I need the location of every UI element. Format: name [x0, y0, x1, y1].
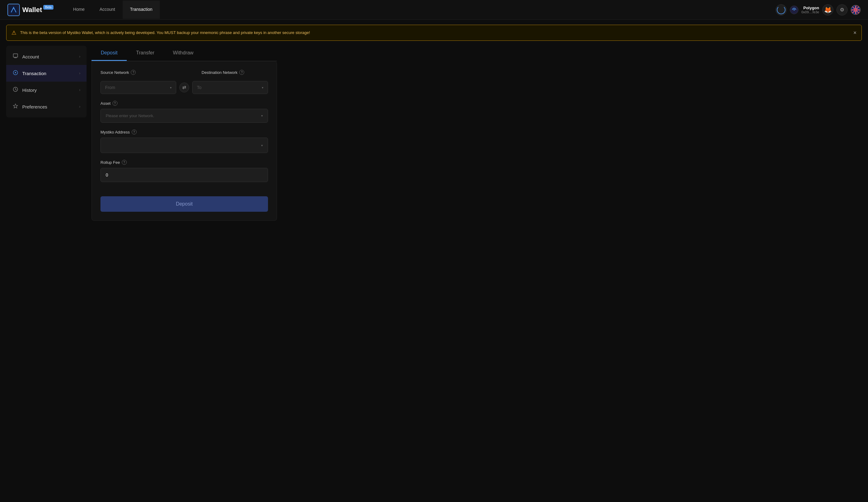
sidebar-label-transaction: Transaction: [22, 71, 75, 76]
mystiko-address-label: Mystiko Address ?: [101, 130, 268, 134]
rollup-fee-label: Rollup Fee ?: [101, 160, 268, 165]
logo-text: Wallet: [22, 6, 42, 14]
transaction-icon: [12, 70, 19, 76]
sidebar: Account › Transaction › History ›: [6, 46, 86, 117]
to-network-select[interactable]: To ▾: [192, 81, 268, 94]
banner-close-button[interactable]: ×: [853, 30, 857, 36]
from-arrow-icon: ▾: [170, 86, 172, 89]
refresh-button[interactable]: [776, 4, 787, 16]
from-network-select[interactable]: From ▾: [101, 81, 176, 94]
swap-button[interactable]: [179, 83, 189, 92]
logo-area: Wallet Beta: [8, 4, 53, 16]
to-arrow-icon: ▾: [262, 86, 264, 89]
asset-section: Asset ? Please enter your Network. ▾: [101, 101, 268, 123]
mystiko-address-select[interactable]: ▾: [101, 137, 268, 153]
tab-deposit[interactable]: Deposit: [92, 46, 127, 61]
link-button[interactable]: [790, 6, 798, 14]
asset-arrow-icon: ▾: [261, 114, 263, 117]
network-section: Source Network ? Destination Network ?: [101, 70, 268, 94]
fox-avatar[interactable]: 🦊: [822, 4, 833, 16]
main-nav: Home Account Transaction: [66, 1, 776, 19]
account-info: Polygon 0x09....fe3e: [802, 6, 819, 14]
svg-rect-2: [13, 54, 18, 57]
source-network-label: Source Network ?: [101, 70, 167, 75]
nav-home[interactable]: Home: [66, 1, 92, 19]
history-icon: [12, 86, 19, 93]
account-icon: [12, 53, 19, 60]
from-placeholder: From: [105, 85, 115, 90]
sidebar-label-preferences: Preferences: [22, 104, 75, 110]
deposit-form: Source Network ? Destination Network ?: [92, 61, 277, 221]
network-name: Polygon: [803, 6, 819, 10]
svg-point-4: [15, 72, 16, 73]
nav-account[interactable]: Account: [92, 1, 123, 19]
asset-placeholder: Please enter your Network.: [106, 113, 154, 118]
chevron-right-icon-2: ›: [79, 71, 80, 75]
destination-network-label: Destination Network ?: [202, 70, 268, 75]
nav-transaction[interactable]: Transaction: [123, 1, 160, 19]
rollup-fee-help-icon[interactable]: ?: [122, 160, 127, 165]
transaction-tabs: Deposit Transfer Withdraw: [92, 46, 277, 61]
chevron-right-icon-3: ›: [79, 88, 80, 92]
header-right: Polygon 0x09....fe3e 🦊 ⚙: [776, 4, 861, 16]
source-network-help-icon[interactable]: ?: [131, 70, 136, 75]
to-placeholder: To: [197, 85, 202, 90]
asset-help-icon[interactable]: ?: [113, 101, 117, 106]
tab-withdraw[interactable]: Withdraw: [164, 46, 203, 61]
chevron-right-icon: ›: [79, 54, 80, 59]
asset-label: Asset ?: [101, 101, 268, 106]
settings-button[interactable]: ⚙: [836, 4, 848, 16]
asset-select[interactable]: Please enter your Network. ▾: [101, 109, 268, 123]
warning-banner: ⚠ This is the beta version of Mystiko Wa…: [6, 25, 862, 41]
rollup-fee-section: Rollup Fee ?: [101, 160, 268, 182]
svg-marker-6: [13, 104, 18, 108]
main-content: Deposit Transfer Withdraw Source Network…: [92, 46, 277, 502]
account-address: 0x09....fe3e: [802, 10, 819, 14]
preferences-icon: [12, 103, 19, 110]
sidebar-item-preferences[interactable]: Preferences ›: [6, 98, 86, 115]
gear-icon: ⚙: [840, 7, 844, 13]
destination-network-help-icon[interactable]: ?: [239, 70, 244, 75]
beta-badge: Beta: [43, 5, 53, 10]
sidebar-item-history[interactable]: History ›: [6, 82, 86, 98]
sidebar-item-account[interactable]: Account ›: [6, 48, 86, 65]
mystiko-address-section: Mystiko Address ? ▾: [101, 130, 268, 153]
header: Wallet Beta Home Account Transaction Pol…: [0, 0, 868, 20]
chevron-right-icon-4: ›: [79, 104, 80, 109]
main-layout: Account › Transaction › History ›: [0, 46, 868, 502]
sidebar-label-account: Account: [22, 54, 75, 59]
language-button[interactable]: [851, 5, 860, 15]
tab-transfer[interactable]: Transfer: [127, 46, 164, 61]
mystiko-address-help-icon[interactable]: ?: [132, 130, 137, 134]
rollup-fee-input[interactable]: [101, 168, 268, 182]
deposit-button[interactable]: Deposit: [101, 196, 268, 212]
logo-icon: [8, 4, 20, 16]
banner-text: This is the beta version of Mystiko Wall…: [20, 30, 849, 35]
sidebar-label-history: History: [22, 88, 75, 93]
sidebar-item-transaction[interactable]: Transaction ›: [6, 65, 86, 82]
network-row: From ▾ To ▾: [101, 81, 268, 94]
warning-icon: ⚠: [11, 29, 17, 36]
mystiko-address-arrow-icon: ▾: [261, 144, 263, 147]
